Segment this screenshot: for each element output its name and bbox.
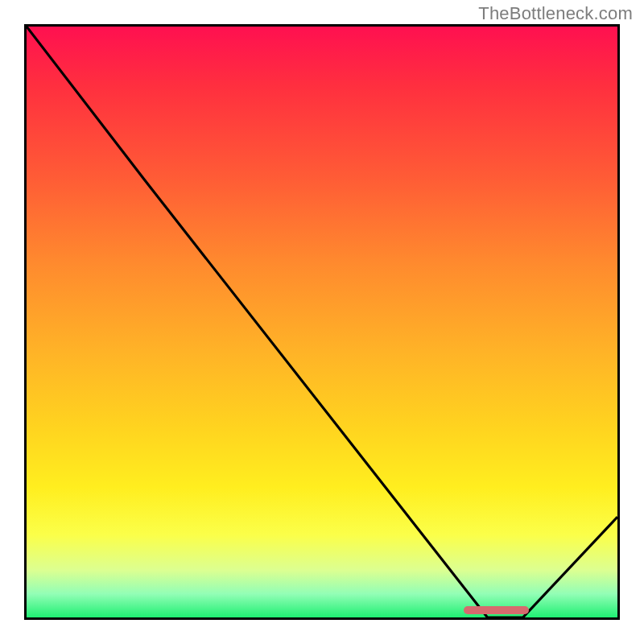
optimal-range-marker	[464, 606, 529, 614]
chart-container: TheBottleneck.com	[0, 0, 644, 644]
plot-area	[24, 24, 620, 620]
curve-path	[27, 27, 617, 617]
line-curve	[27, 27, 617, 617]
attribution-text: TheBottleneck.com	[478, 3, 633, 24]
